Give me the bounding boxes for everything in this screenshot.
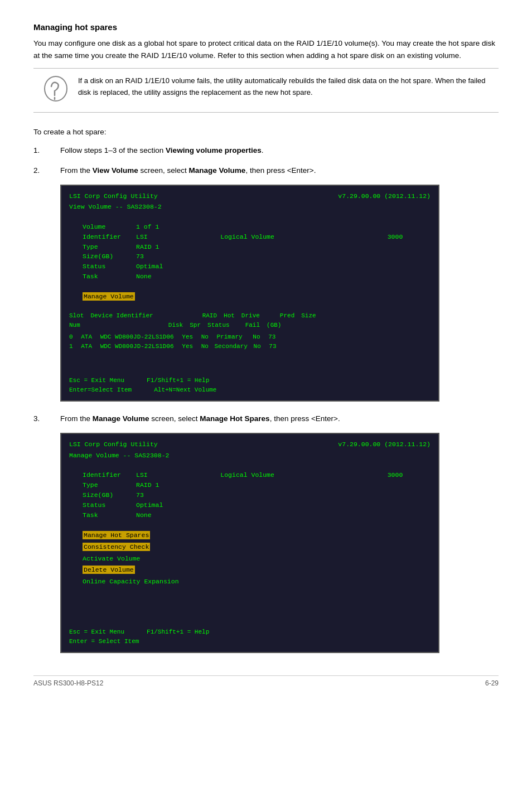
t1-col-disk: Disk: [168, 321, 183, 330]
t2-status-label: Status: [69, 500, 136, 510]
t1-row-0-drive: Primary: [217, 334, 243, 340]
t1-col-raid: RAID: [202, 311, 217, 321]
svg-point-0: [45, 76, 67, 101]
t1-col-gb: (GB): [267, 321, 281, 330]
t2-menu-activate-volume[interactable]: Activate Volume: [83, 555, 141, 562]
step-1-num: 1.: [33, 144, 47, 157]
note-box: If a disk on an RAID 1/1E/10 volume fail…: [33, 68, 499, 113]
t1-row-1-size: 73: [269, 343, 276, 350]
t1-row-1-raid: Yes: [182, 343, 193, 350]
t2-size-label: Size(GB): [69, 490, 136, 500]
t1-row-0-raid: Yes: [182, 334, 193, 340]
t1-footer-3: Enter=Select Item: [69, 385, 132, 395]
t1-status-label: Status: [69, 262, 136, 272]
footer-bar: ASUS RS300-H8-PS12 6-29: [33, 675, 499, 687]
t2-header-right: v7.29.00.00 (2012.11.12): [338, 439, 431, 450]
t1-type-label: Type: [69, 242, 136, 252]
t2-menu-consistency-check[interactable]: Consistency Check: [83, 543, 150, 551]
t2-menu-online-capacity[interactable]: Online Capacity Expansion: [83, 578, 179, 585]
t1-header-left: LSI Corp Config Utility: [69, 191, 158, 201]
t1-row-0-device: WDC WD800JD-22LS1D06: [100, 334, 174, 340]
t1-manage-volume-btn[interactable]: Manage Volume: [83, 292, 135, 301]
t1-col-fail: Fail: [245, 321, 260, 330]
t1-footer-1: Esc = Exit Menu: [69, 376, 124, 385]
t1-task-val: None: [136, 272, 211, 282]
steps-list: 1. Follow steps 1–3 of the section Viewi…: [33, 144, 499, 653]
t2-identifier-label: Identifier: [69, 470, 136, 480]
t1-col-size: Size: [301, 311, 316, 321]
t1-header-right: v7.29.00.00 (2012.11.12): [338, 191, 431, 201]
t1-logical-label: Logical Volume: [211, 232, 387, 242]
t2-size-val: 73: [136, 490, 211, 500]
t1-row-0-pred: No: [253, 334, 260, 340]
t1-size-val: 73: [136, 252, 211, 262]
t1-volume-val: 1 of 1: [136, 222, 211, 232]
step-3-num: 3.: [33, 413, 47, 425]
t1-volume-label: Volume: [69, 222, 136, 232]
t1-col-num: Num: [69, 321, 80, 330]
step-2-num: 2.: [33, 165, 47, 177]
t2-subheader: Manage Volume -- SAS2308-2: [69, 451, 431, 461]
t2-type-label: Type: [69, 480, 136, 490]
t2-type-val: RAID 1: [136, 480, 211, 490]
intro-paragraph: You may configure one disk as a global h…: [33, 37, 499, 61]
t1-identifier-label: Identifier: [69, 232, 136, 242]
t1-col-device: Device Identifier: [90, 311, 153, 321]
step-2-text: From the View Volume screen, select Mana…: [60, 165, 499, 177]
t1-col-hot: Hot: [224, 311, 235, 321]
to-create-label: To create a hot spare:: [33, 126, 499, 138]
footer-right: 6-29: [485, 679, 499, 687]
step-2: 2. From the View Volume screen, select M…: [33, 165, 499, 177]
terminal-1: LSI Corp Config Utility v7.29.00.00 (201…: [60, 185, 439, 402]
t1-col-status: Status: [207, 321, 230, 330]
t1-row-0-hot: No: [201, 334, 209, 340]
t1-row-1-drive: Secondary: [215, 343, 248, 350]
t2-footer-3: Enter = Select Item: [69, 638, 139, 645]
step-1-text: Follow steps 1–3 of the section Viewing …: [60, 144, 499, 157]
t2-header-left: LSI Corp Config Utility: [69, 439, 158, 450]
page-title: Managing hot spares: [33, 22, 499, 32]
t1-size-label: Size(GB): [69, 252, 136, 262]
t2-menu-delete-volume[interactable]: Delete Volume: [83, 566, 135, 574]
t2-footer-2: F1/Shift+1 = Help: [147, 627, 209, 637]
t1-task-label: Task: [69, 272, 136, 282]
note-text: If a disk on an RAID 1/1E/10 volume fail…: [78, 75, 490, 99]
t1-status-val: Optimal: [136, 262, 211, 272]
t1-footer-2: F1/Shift+1 = Help: [147, 376, 209, 385]
t2-task-label: Task: [69, 510, 136, 520]
note-icon: [42, 75, 69, 102]
t2-task-val: None: [136, 510, 211, 520]
t1-footer-4: Alt+N=Next Volume: [154, 385, 216, 395]
t1-row-1-slot: 1: [69, 343, 73, 350]
t1-type-val: RAID 1: [136, 242, 211, 252]
t2-footer-1: Esc = Exit Menu: [69, 627, 124, 637]
t1-row-0-type: ATA: [81, 334, 92, 340]
t1-row-1-hot: No: [201, 343, 209, 350]
t1-row-0-size: 73: [268, 334, 275, 340]
t1-identifier-val: LSI: [136, 232, 211, 242]
t2-logical-val: 3000: [388, 470, 431, 480]
step-3: 3. From the Manage Volume screen, select…: [33, 413, 499, 425]
t2-identifier-val: LSI: [136, 470, 211, 480]
step-3-text: From the Manage Volume screen, select Ma…: [60, 413, 499, 425]
t1-row-1-device: WDC WD800JD-22LS1D06: [100, 343, 174, 350]
page-content: Managing hot spares You may configure on…: [33, 22, 499, 687]
t1-row-1-pred: No: [254, 343, 261, 350]
t2-logical-label: Logical Volume: [211, 470, 387, 480]
t2-status-val: Optimal: [136, 500, 211, 510]
t1-subheader: View Volume -- SAS2308-2: [69, 202, 431, 212]
t2-menu-manage-hot-spares[interactable]: Manage Hot Spares: [83, 531, 150, 539]
t1-col-spr: Spr: [190, 321, 201, 330]
t1-logical-val: 3000: [388, 232, 431, 242]
terminal-2: LSI Corp Config Utility v7.29.00.00 (201…: [60, 433, 439, 653]
t1-row-0-slot: 0: [69, 334, 73, 340]
t1-col-drive: Drive: [241, 311, 260, 321]
footer-left: ASUS RS300-H8-PS12: [33, 679, 103, 687]
step-1: 1. Follow steps 1–3 of the section Viewi…: [33, 144, 499, 157]
t1-col-slot: Slot: [69, 311, 84, 321]
t1-row-1-type: ATA: [81, 343, 92, 350]
t1-col-pred: Pred: [280, 311, 294, 321]
